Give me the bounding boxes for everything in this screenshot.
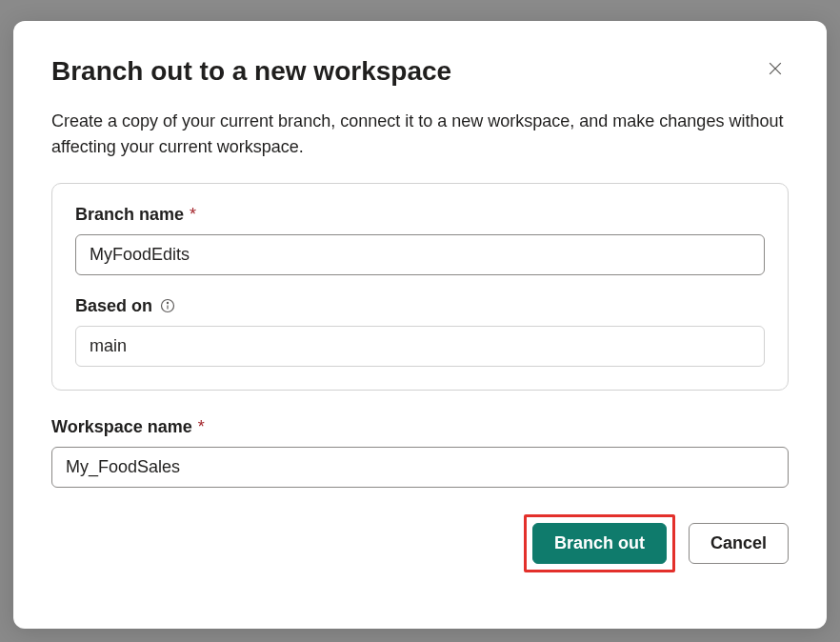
based-on-input[interactable] [75, 326, 765, 367]
close-icon [766, 59, 785, 81]
close-button[interactable] [762, 55, 789, 85]
branch-name-label: Branch name * [75, 205, 765, 225]
cancel-button[interactable]: Cancel [689, 523, 789, 564]
based-on-group: Based on [75, 296, 765, 367]
highlight-box: Branch out [524, 514, 675, 572]
modal-description: Create a copy of your current branch, co… [51, 109, 789, 160]
workspace-name-label: Workspace name * [51, 417, 789, 437]
modal-title: Branch out to a new workspace [51, 55, 451, 88]
svg-point-3 [167, 302, 168, 303]
button-row: Branch out Cancel [51, 514, 789, 572]
based-on-label: Based on [75, 296, 765, 316]
workspace-name-label-text: Workspace name [51, 417, 192, 437]
based-on-label-text: Based on [75, 296, 152, 316]
branch-name-input[interactable] [75, 234, 765, 275]
info-icon[interactable] [160, 298, 175, 313]
required-asterisk: * [190, 205, 196, 225]
workspace-name-group: Workspace name * [51, 417, 789, 488]
branch-out-button[interactable]: Branch out [532, 523, 667, 564]
branch-out-modal: Branch out to a new workspace Create a c… [13, 21, 827, 629]
branch-settings-box: Branch name * Based on [51, 183, 789, 391]
required-asterisk: * [198, 417, 205, 437]
branch-name-label-text: Branch name [75, 205, 184, 225]
modal-header: Branch out to a new workspace [51, 55, 789, 88]
branch-name-group: Branch name * [75, 205, 765, 275]
workspace-name-input[interactable] [51, 447, 789, 488]
